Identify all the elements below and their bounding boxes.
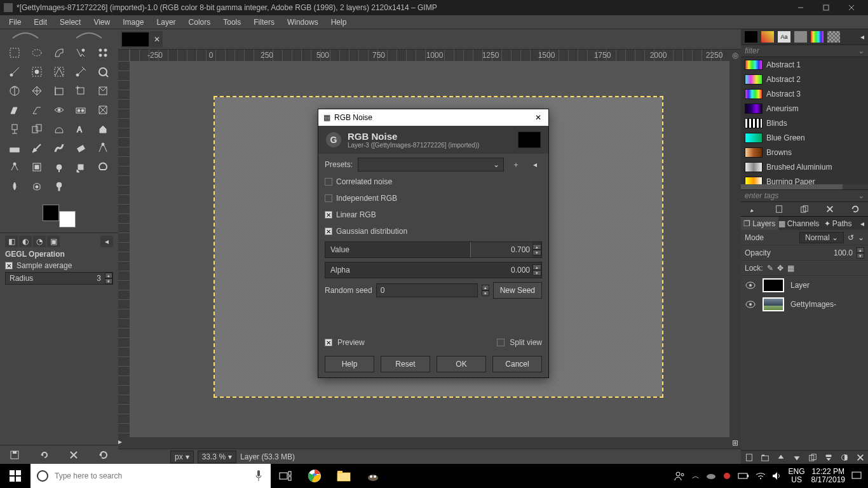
reset-button[interactable]: Reset <box>381 356 430 372</box>
save-icon[interactable] <box>10 450 20 460</box>
presets-dropdown[interactable]: ⌄ <box>358 158 504 172</box>
help-button[interactable]: Help <box>325 356 374 372</box>
alpha-input[interactable]: 0.000 <box>508 262 532 278</box>
zoom-tool[interactable] <box>93 64 112 80</box>
sample-average-checkbox[interactable]: ✕ <box>5 262 13 269</box>
perspective-clone-tool[interactable] <box>93 159 112 175</box>
delete-gradient-icon[interactable] <box>825 205 834 214</box>
color-swatches[interactable] <box>40 203 78 229</box>
layer-name[interactable]: Layer <box>790 281 810 290</box>
gradient-item[interactable]: Burning Paper <box>741 174 868 184</box>
menu-help[interactable]: Help <box>325 17 353 28</box>
unit-selector[interactable]: px ▾ <box>170 451 194 463</box>
radius-field[interactable]: Radius 3 ▴▾ <box>5 272 113 285</box>
text-tool[interactable]: A <box>71 121 90 137</box>
gradient-scroll[interactable] <box>741 184 843 189</box>
new-seed-button[interactable]: New Seed <box>493 282 542 299</box>
gradient-tool[interactable] <box>5 140 24 156</box>
heal-tool[interactable] <box>71 159 90 175</box>
zoom-selector[interactable]: 33.3 % ▾ <box>198 451 236 463</box>
gradient-item[interactable]: Blinds <box>741 116 868 130</box>
security-icon[interactable] <box>722 471 731 480</box>
mic-icon[interactable] <box>247 464 271 488</box>
opacity-value[interactable]: 100.0 <box>834 248 853 257</box>
layer-up-icon[interactable] <box>776 453 785 462</box>
layer-row[interactable]: Layer <box>741 276 868 295</box>
vertical-scrollbar[interactable] <box>729 61 741 437</box>
radius-up[interactable]: ▴ <box>105 273 112 278</box>
explorer-icon[interactable] <box>329 464 358 488</box>
battery-icon[interactable] <box>738 473 749 479</box>
cancel-button[interactable]: Cancel <box>492 356 542 372</box>
canvas[interactable]: ▦ RGB Noise ✕ G RGB Noise Layer-3 ([Gett… <box>130 61 729 437</box>
tray-chevron-icon[interactable]: ︿ <box>692 471 700 482</box>
new-layer-icon[interactable] <box>745 453 754 462</box>
airbrush-tool[interactable] <box>93 140 112 156</box>
layer-name[interactable]: GettyImages- <box>790 300 836 309</box>
dock-menu-icon[interactable]: ◂ <box>860 32 864 41</box>
notifications-icon[interactable] <box>851 471 862 480</box>
chrome-icon[interactable] <box>300 464 329 488</box>
menu-windows[interactable]: Windows <box>281 17 325 28</box>
gradient-item[interactable]: Abstract 1 <box>741 57 868 72</box>
crop-tool-tool[interactable] <box>71 83 90 99</box>
edit-gradient-icon[interactable] <box>749 205 758 214</box>
menu-filters[interactable]: Filters <box>247 17 281 28</box>
lock-pixels-icon[interactable]: ✎ <box>767 264 773 273</box>
history-tab[interactable] <box>794 31 807 43</box>
fonts-tab[interactable]: Aa <box>778 31 790 43</box>
mask-layer-icon[interactable] <box>840 453 849 462</box>
alpha-up[interactable]: ▴ <box>532 264 541 270</box>
seed-down[interactable]: ▾ <box>482 290 489 296</box>
move-tool[interactable] <box>27 83 46 99</box>
gradient-list[interactable]: Abstract 1Abstract 2Abstract 3AneurismBl… <box>741 57 868 184</box>
by-color-select-tool[interactable] <box>93 44 112 61</box>
wifi-icon[interactable] <box>756 472 766 480</box>
menu-edit[interactable]: Edit <box>27 17 53 28</box>
image-tab[interactable]: ✕ <box>121 31 163 48</box>
rotate-tool[interactable] <box>5 102 24 118</box>
independent-checkbox[interactable] <box>325 194 332 202</box>
visibility-icon[interactable] <box>745 280 756 291</box>
onedrive-icon[interactable] <box>706 472 716 480</box>
menu-select[interactable]: Select <box>53 17 87 28</box>
paintbrush-tool[interactable] <box>50 140 69 156</box>
preview-checkbox[interactable]: ✕ <box>325 339 332 346</box>
pencil-tool[interactable] <box>27 140 46 156</box>
horizontal-scrollbar[interactable] <box>130 437 729 449</box>
channels-tab[interactable]: ▦Channels <box>778 217 820 230</box>
history-tab[interactable]: ◔ <box>33 236 46 247</box>
gradient-item[interactable]: Blue Green <box>741 130 868 145</box>
mode-switch-icon[interactable]: ↺ <box>848 233 854 242</box>
crop-tool[interactable] <box>50 64 69 80</box>
smudge-tool[interactable] <box>27 178 46 194</box>
mode-dropdown[interactable]: Normal ⌄ <box>799 232 844 243</box>
tags-input[interactable]: enter tags⌄ <box>741 189 868 202</box>
nav-target-icon[interactable]: ◎ <box>729 50 741 61</box>
navigation-icon[interactable]: ⊞ <box>729 437 741 449</box>
linear-checkbox[interactable]: ✕ <box>325 211 332 219</box>
clone-tool[interactable] <box>50 159 69 175</box>
menu-layer[interactable]: Layer <box>151 17 182 28</box>
bucket-fill-tool[interactable] <box>93 121 112 137</box>
gradient-item[interactable]: Abstract 2 <box>741 72 868 86</box>
palettes-tab[interactable] <box>827 31 840 43</box>
alpha-slider[interactable]: Alpha 0.000 ▴▾ <box>325 262 542 278</box>
layer-group-icon[interactable] <box>761 453 770 462</box>
delete-layer-icon[interactable] <box>856 453 865 462</box>
perspective-tool[interactable] <box>71 102 90 118</box>
start-button[interactable] <box>0 464 31 488</box>
menu-image[interactable]: Image <box>116 17 150 28</box>
menu-colors[interactable]: Colors <box>182 17 217 28</box>
mode-chevron-icon[interactable]: ⌄ <box>858 233 864 242</box>
task-view-icon[interactable] <box>271 464 300 488</box>
revert-icon[interactable] <box>39 450 50 460</box>
reset-icon[interactable] <box>98 450 109 460</box>
value-slider[interactable]: Value 0.700 ▴▾ <box>325 241 542 258</box>
fuzzy-select-tool[interactable] <box>71 44 90 61</box>
device-status-tab[interactable]: ◐ <box>19 236 32 247</box>
dialog-titlebar[interactable]: ▦ RGB Noise ✕ <box>318 109 548 126</box>
layer-down-icon[interactable] <box>792 453 801 462</box>
menu-file[interactable]: File <box>3 17 27 28</box>
scissors-tool[interactable] <box>5 64 24 80</box>
